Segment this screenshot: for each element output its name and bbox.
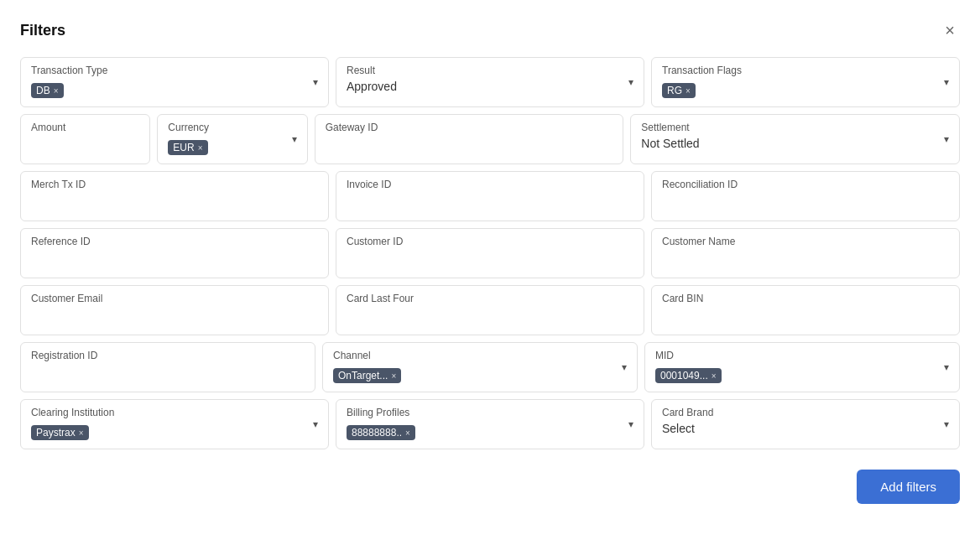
field-customer-name[interactable]: Customer Name <box>651 228 960 278</box>
currency-field[interactable]: CurrencyEUR ×▾ <box>157 114 307 164</box>
chevron-down-icon: ▾ <box>944 133 949 145</box>
tag-close-icon[interactable]: × <box>685 86 691 96</box>
amount-currency-wrapper: AmountCurrencyEUR ×▾ <box>20 114 308 164</box>
tag-billing-tag[interactable]: 88888888.. × <box>347 425 415 440</box>
field-merch-tx-id[interactable]: Merch Tx ID <box>20 171 329 221</box>
chevron-down-icon: ▾ <box>944 361 949 373</box>
field-label-channel: Channel <box>333 350 607 361</box>
field-result[interactable]: ResultApproved▾ <box>336 57 644 107</box>
tags-billing-profiles: 88888888.. × <box>347 423 613 440</box>
tag-close-icon[interactable]: × <box>54 86 59 96</box>
field-label-card-last-four: Card Last Four <box>347 293 633 304</box>
field-card-brand[interactable]: Card BrandSelect▾ <box>651 399 960 449</box>
field-label-card-bin: Card BIN <box>662 293 949 304</box>
tag-mid-tag[interactable]: 0001049... × <box>655 368 722 383</box>
close-button[interactable]: × <box>940 20 960 40</box>
field-label-registration-id: Registration ID <box>31 350 305 361</box>
tags-transaction-type: DB × <box>31 81 298 98</box>
field-transaction-flags[interactable]: Transaction FlagsRG ×▾ <box>651 57 960 107</box>
currency-label: Currency <box>168 122 276 133</box>
tag-rg-tag[interactable]: RG × <box>662 83 696 98</box>
footer: Add filters <box>20 470 960 504</box>
field-label-merch-tx-id: Merch Tx ID <box>31 179 318 190</box>
tags-clearing-institution: Paystrax × <box>31 423 298 440</box>
chevron-down-icon: ▾ <box>944 418 949 430</box>
field-channel[interactable]: ChannelOnTarget... ×▾ <box>322 342 638 392</box>
chevron-down-icon: ▾ <box>292 133 297 145</box>
tag-close-icon[interactable]: × <box>198 143 203 153</box>
field-label-customer-name: Customer Name <box>662 236 949 247</box>
field-gateway-id[interactable]: Gateway ID <box>315 114 624 164</box>
field-value-result: Approved <box>347 80 613 93</box>
field-value-card-brand: Select <box>662 422 929 435</box>
field-card-bin[interactable]: Card BIN <box>651 285 960 335</box>
field-label-transaction-type: Transaction Type <box>31 65 298 76</box>
tag-db-tag[interactable]: DB × <box>31 83 64 98</box>
tag-close-icon[interactable]: × <box>391 371 396 381</box>
filter-row: Merch Tx IDInvoice IDReconciliation ID <box>20 171 960 221</box>
amount-field[interactable]: Amount <box>20 114 150 164</box>
field-customer-email[interactable]: Customer Email <box>20 285 329 335</box>
chevron-down-icon: ▾ <box>622 361 627 373</box>
field-label-reconciliation-id: Reconciliation ID <box>662 179 949 190</box>
add-filters-button[interactable]: Add filters <box>857 470 960 504</box>
amount-label: Amount <box>31 122 139 133</box>
chevron-down-icon: ▾ <box>628 418 633 430</box>
field-label-clearing-institution: Clearing Institution <box>31 407 298 418</box>
field-label-customer-id: Customer ID <box>347 236 633 247</box>
field-label-billing-profiles: Billing Profiles <box>347 407 613 418</box>
field-label-settlement: Settlement <box>641 122 929 133</box>
tag-paystrax-tag[interactable]: Paystrax × <box>31 425 89 440</box>
filter-row: Customer EmailCard Last FourCard BIN <box>20 285 960 335</box>
filter-row: AmountCurrencyEUR ×▾Gateway IDSettlement… <box>20 114 960 164</box>
tag-ontarget-tag[interactable]: OnTarget... × <box>333 368 401 383</box>
tag-close-icon[interactable]: × <box>405 428 410 438</box>
tag-close-icon[interactable]: × <box>79 428 84 438</box>
filter-row: Clearing InstitutionPaystrax ×▾Billing P… <box>20 399 960 449</box>
field-registration-id[interactable]: Registration ID <box>20 342 315 392</box>
chevron-down-icon: ▾ <box>313 418 318 430</box>
modal-header: Filters × <box>20 20 960 40</box>
chevron-down-icon: ▾ <box>628 76 633 88</box>
filters-grid: Transaction TypeDB ×▾ResultApproved▾Tran… <box>20 57 960 449</box>
field-reference-id[interactable]: Reference ID <box>20 228 329 278</box>
field-billing-profiles[interactable]: Billing Profiles88888888.. ×▾ <box>336 399 644 449</box>
tags-channel: OnTarget... × <box>333 366 607 383</box>
field-label-mid: MID <box>655 350 929 361</box>
currency-tags: EUR × <box>168 138 276 155</box>
field-label-transaction-flags: Transaction Flags <box>662 65 929 76</box>
filter-row: Registration IDChannelOnTarget... ×▾MID0… <box>20 342 960 392</box>
field-invoice-id[interactable]: Invoice ID <box>336 171 644 221</box>
field-label-card-brand: Card Brand <box>662 407 929 418</box>
field-settlement[interactable]: SettlementNot Settled▾ <box>630 114 960 164</box>
field-label-reference-id: Reference ID <box>31 236 318 247</box>
field-customer-id[interactable]: Customer ID <box>336 228 644 278</box>
chevron-down-icon: ▾ <box>944 76 949 88</box>
chevron-down-icon: ▾ <box>313 76 318 88</box>
currency-tag[interactable]: EUR × <box>168 140 207 155</box>
tag-close-icon[interactable]: × <box>712 371 717 381</box>
field-label-result: Result <box>347 65 613 76</box>
field-label-invoice-id: Invoice ID <box>347 179 633 190</box>
modal-title: Filters <box>20 22 65 39</box>
tags-mid: 0001049... × <box>655 366 929 383</box>
field-transaction-type[interactable]: Transaction TypeDB ×▾ <box>20 57 329 107</box>
filters-modal: Filters × Transaction TypeDB ×▾ResultApp… <box>0 0 980 545</box>
field-label-customer-email: Customer Email <box>31 293 318 304</box>
field-value-settlement: Not Settled <box>641 137 929 150</box>
tags-transaction-flags: RG × <box>662 81 929 98</box>
field-mid[interactable]: MID0001049... ×▾ <box>644 342 960 392</box>
filter-row: Reference IDCustomer IDCustomer Name <box>20 228 960 278</box>
field-label-gateway-id: Gateway ID <box>326 122 613 133</box>
filter-row: Transaction TypeDB ×▾ResultApproved▾Tran… <box>20 57 960 107</box>
field-clearing-institution[interactable]: Clearing InstitutionPaystrax ×▾ <box>20 399 329 449</box>
field-card-last-four[interactable]: Card Last Four <box>336 285 644 335</box>
field-reconciliation-id[interactable]: Reconciliation ID <box>651 171 960 221</box>
